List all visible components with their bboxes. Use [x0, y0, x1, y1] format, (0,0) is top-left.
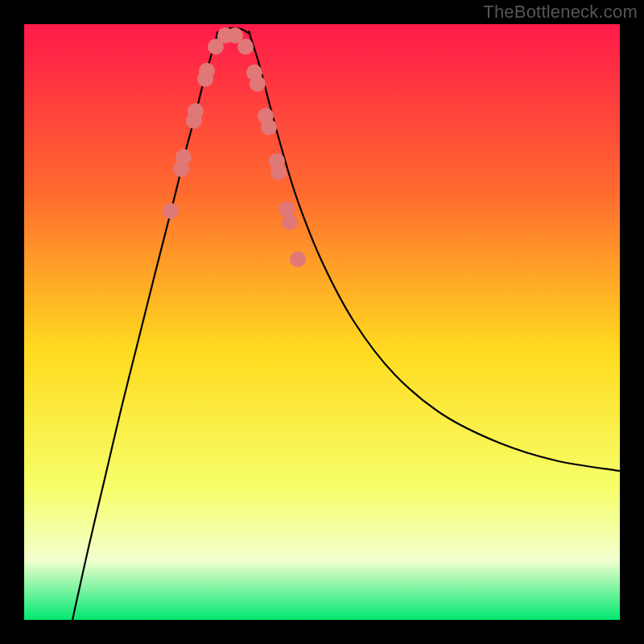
marker-dot [163, 203, 179, 219]
marker-dot [261, 119, 277, 135]
marker-dot [250, 76, 266, 92]
marker-dot [290, 251, 306, 267]
marker-dot [188, 103, 204, 119]
marker-dot [199, 63, 215, 79]
marker-dot [175, 149, 192, 165]
watermark-text: TheBottleneck.com [483, 2, 638, 23]
chart-svg [24, 24, 620, 620]
marker-dot [282, 214, 298, 230]
marker-dot [270, 164, 287, 180]
plot-area [24, 24, 620, 620]
marker-dot [237, 39, 254, 55]
chart-frame: TheBottleneck.com [0, 0, 644, 644]
gradient-background [24, 24, 620, 620]
